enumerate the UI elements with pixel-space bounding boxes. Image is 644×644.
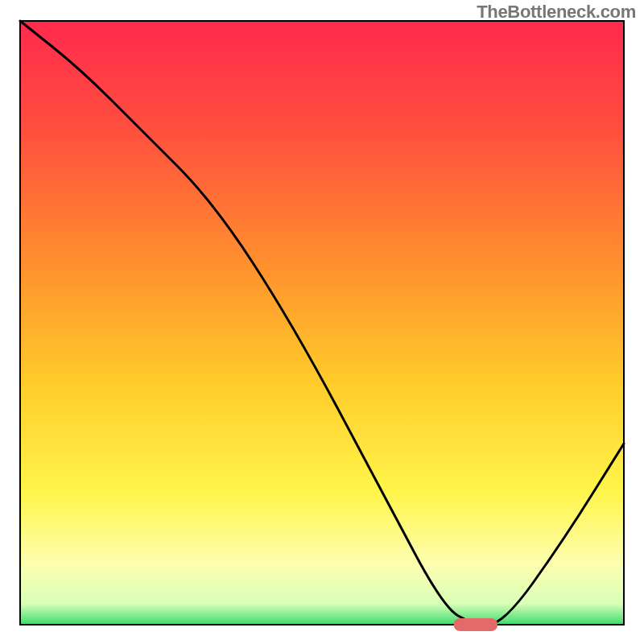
optimal-marker xyxy=(454,618,498,631)
plot-area xyxy=(20,21,624,625)
chart-container: TheBottleneck.com xyxy=(0,0,644,644)
bottleneck-chart xyxy=(0,0,644,644)
